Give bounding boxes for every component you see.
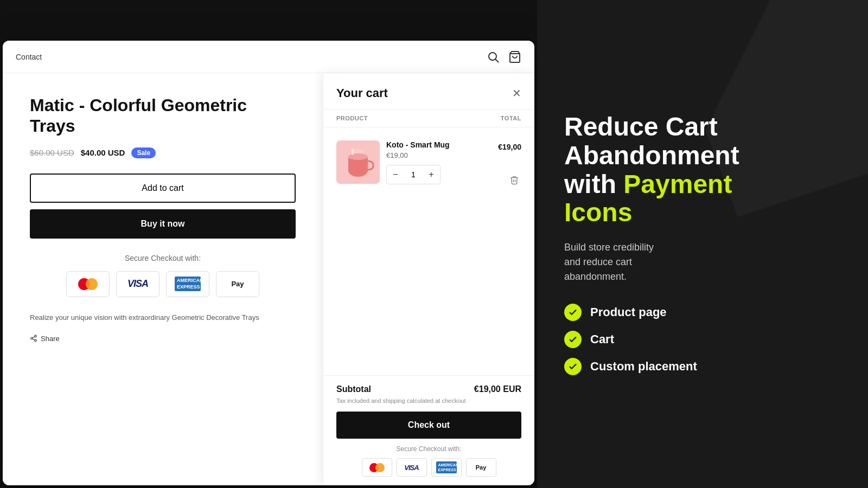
subtotal-label: Subtotal bbox=[336, 384, 371, 394]
delete-item-button[interactable] bbox=[507, 173, 521, 190]
shop-window: Contact bbox=[3, 41, 534, 485]
svg-point-4 bbox=[31, 337, 33, 339]
sale-badge: Sale bbox=[131, 147, 156, 158]
cart-title: Your cart bbox=[336, 86, 388, 100]
cart-amex-box: AMERICANEXPRESS bbox=[431, 458, 462, 477]
add-to-cart-button[interactable]: Add to cart bbox=[30, 174, 296, 203]
cart-visa-icon: VISA bbox=[404, 464, 418, 472]
svg-point-3 bbox=[35, 335, 37, 337]
nav-contact[interactable]: Contact bbox=[16, 53, 42, 61]
visa-icon: VISA bbox=[127, 278, 148, 290]
shop-panel: Contact bbox=[0, 0, 537, 488]
trash-icon bbox=[509, 175, 519, 185]
feature-label-cart: Cart bbox=[590, 332, 614, 346]
cart-item-price: €19,00 bbox=[386, 151, 492, 159]
visa-icon-box: VISA bbox=[116, 271, 159, 297]
product-description: Realize your unique vision with extraord… bbox=[30, 312, 296, 324]
product-title: Matic - Colorful Geometric Trays bbox=[30, 95, 296, 137]
cart-applepay-icon: Pay bbox=[476, 464, 487, 471]
cart-item-name: Koto - Smart Mug bbox=[386, 140, 492, 149]
feature-item-cart: Cart bbox=[564, 331, 841, 348]
nav-bar: Contact bbox=[3, 41, 534, 73]
cart-secure-label: Secure Checkout with: bbox=[336, 445, 521, 453]
nav-left: Contact bbox=[16, 53, 42, 61]
cart-button[interactable] bbox=[508, 50, 521, 63]
subtotal-value: €19,00 EUR bbox=[474, 384, 521, 394]
promo-subheadline: Build store credibilityand reduce cartab… bbox=[564, 240, 841, 284]
svg-point-11 bbox=[348, 153, 368, 160]
share-button[interactable]: Share bbox=[30, 335, 60, 343]
cart-item-total: €19,00 bbox=[498, 143, 521, 151]
amex-icon-box: AMERICANEXPRESS bbox=[166, 271, 209, 297]
check-icon-product-page bbox=[564, 304, 582, 321]
cart-item-info: Koto - Smart Mug €19,00 − 1 + bbox=[386, 140, 492, 184]
cart-visa-box: VISA bbox=[397, 458, 427, 477]
svg-rect-13 bbox=[352, 149, 354, 155]
feature-item-custom: Custom placement bbox=[564, 358, 841, 375]
cart-amex-icon: AMERICANEXPRESS bbox=[436, 461, 457, 473]
current-price: $40.00 USD bbox=[81, 148, 125, 157]
cart-mastercard-box bbox=[362, 458, 392, 477]
promo-headline: Reduce CartAbandonmentwith PaymentIcons bbox=[564, 113, 841, 227]
cart-header: Your cart ✕ bbox=[323, 73, 534, 110]
cart-mastercard-icon bbox=[369, 463, 385, 472]
check-icon-custom bbox=[564, 358, 582, 375]
subtotal-row: Subtotal €19,00 EUR bbox=[336, 384, 521, 394]
cart-payment-icons: VISA AMERICANEXPRESS Pay bbox=[336, 458, 521, 477]
cart-applepay-box: Pay bbox=[466, 458, 496, 477]
cart-close-button[interactable]: ✕ bbox=[512, 87, 521, 100]
svg-point-0 bbox=[489, 53, 496, 60]
quantity-increase-button[interactable]: + bbox=[423, 165, 440, 184]
cart-columns: PRODUCT TOTAL bbox=[323, 110, 534, 127]
cart-drawer: Your cart ✕ PRODUCT TOTAL bbox=[323, 73, 534, 485]
original-price: $60.00 USD bbox=[30, 148, 74, 157]
search-icon bbox=[487, 50, 500, 63]
cart-items: Koto - Smart Mug €19,00 − 1 + €19,00 bbox=[323, 127, 534, 375]
applepay-icon-box: Pay bbox=[216, 271, 259, 297]
cart-icon bbox=[508, 50, 521, 63]
svg-point-5 bbox=[35, 339, 37, 342]
search-button[interactable] bbox=[487, 50, 500, 63]
feature-list: Product page Cart Custom placement bbox=[564, 304, 841, 375]
share-label: Share bbox=[41, 335, 60, 343]
col-total: TOTAL bbox=[501, 115, 521, 121]
amex-icon: AMERICANEXPRESS bbox=[175, 277, 201, 291]
checkout-button[interactable]: Check out bbox=[336, 412, 521, 439]
buy-now-button[interactable]: Buy it now bbox=[30, 209, 296, 239]
mastercard-icon bbox=[78, 278, 98, 290]
product-payment-icons: VISA AMERICANEXPRESS Pay bbox=[30, 271, 296, 297]
product-section: Matic - Colorful Geometric Trays $60.00 … bbox=[3, 73, 323, 485]
cart-item: Koto - Smart Mug €19,00 − 1 + €19,00 bbox=[336, 136, 521, 194]
quantity-value: 1 bbox=[404, 170, 423, 179]
feature-label-product-page: Product page bbox=[590, 305, 667, 319]
share-icon bbox=[30, 335, 37, 342]
cart-item-image bbox=[336, 140, 380, 184]
nav-right bbox=[487, 50, 521, 63]
product-secure-label: Secure Checkout with: bbox=[30, 254, 296, 262]
check-icon-cart bbox=[564, 331, 582, 348]
tax-note: Tax included and shipping calculated at … bbox=[336, 397, 521, 404]
quantity-decrease-button[interactable]: − bbox=[387, 165, 404, 184]
feature-label-custom: Custom placement bbox=[590, 359, 697, 374]
svg-line-7 bbox=[33, 337, 35, 338]
applepay-icon: Pay bbox=[231, 280, 244, 288]
cart-footer: Subtotal €19,00 EUR Tax included and shi… bbox=[323, 375, 534, 485]
svg-line-6 bbox=[33, 339, 35, 340]
svg-line-1 bbox=[496, 59, 499, 62]
headline-accent: PaymentIcons bbox=[564, 170, 732, 227]
promo-panel: Reduce CartAbandonmentwith PaymentIcons … bbox=[537, 0, 868, 488]
quantity-controls: − 1 + bbox=[386, 165, 441, 184]
shop-body: Matic - Colorful Geometric Trays $60.00 … bbox=[3, 73, 534, 485]
mastercard-icon-box bbox=[66, 271, 110, 297]
feature-item-product-page: Product page bbox=[564, 304, 841, 321]
col-product: PRODUCT bbox=[336, 115, 368, 121]
price-row: $60.00 USD $40.00 USD Sale bbox=[30, 147, 296, 158]
